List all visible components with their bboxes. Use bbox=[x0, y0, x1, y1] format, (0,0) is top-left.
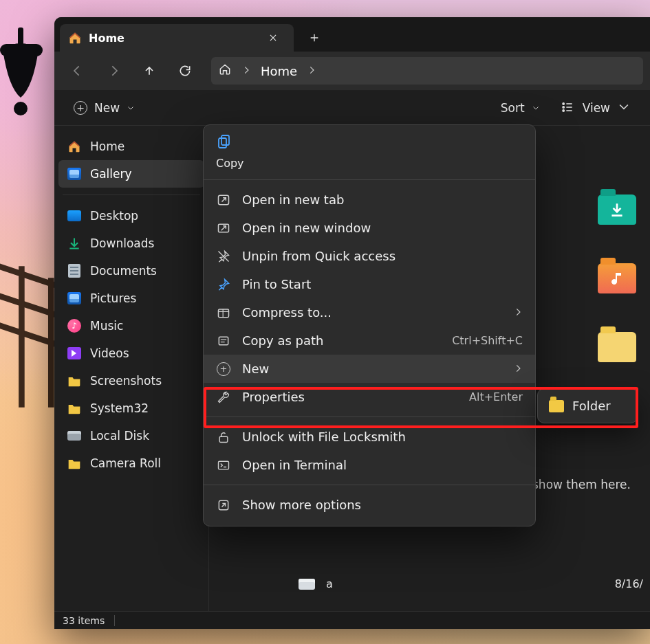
tab-strip: Home bbox=[54, 17, 650, 52]
tab-title: Home bbox=[89, 32, 124, 45]
tab-close-button[interactable] bbox=[262, 27, 284, 49]
content-hint-text: show them here. bbox=[532, 478, 643, 491]
chevron-down-icon bbox=[532, 101, 540, 115]
drive-icon bbox=[299, 579, 315, 590]
list-row[interactable]: a 8/16/ bbox=[299, 577, 643, 590]
music-icon: ♪ bbox=[67, 318, 82, 333]
sidebar-item-label: Gallery bbox=[90, 167, 132, 181]
context-submenu-new: Folder bbox=[537, 388, 638, 423]
unpin-icon bbox=[216, 249, 231, 263]
svg-rect-2 bbox=[0, 44, 43, 56]
sidebar-item-label: Screenshots bbox=[90, 374, 162, 388]
svg-point-4 bbox=[563, 106, 564, 107]
chevron-right-icon bbox=[241, 65, 251, 78]
terminal-icon bbox=[216, 458, 231, 472]
nav-forward-button[interactable] bbox=[97, 57, 130, 85]
sidebar-item-label: Videos bbox=[90, 346, 129, 360]
sidebar-item-home[interactable]: Home bbox=[58, 133, 204, 160]
chevron-right-icon bbox=[513, 362, 523, 376]
sidebar-item-local-disk[interactable]: Local Disk bbox=[58, 422, 204, 449]
gallery-icon bbox=[67, 166, 82, 181]
chevron-right-icon bbox=[513, 305, 523, 320]
nav-back-button[interactable] bbox=[61, 57, 94, 85]
toolbar-sort-button[interactable]: Sort bbox=[494, 97, 547, 119]
sidebar-item-label: Home bbox=[90, 140, 124, 153]
row-name: a bbox=[326, 577, 333, 590]
context-menu: Copy Open in new tab Open in new window … bbox=[203, 124, 536, 526]
sidebar-item-screenshots[interactable]: Screenshots bbox=[58, 367, 204, 395]
sidebar-item-videos[interactable]: Videos bbox=[58, 340, 204, 367]
menu-label: Open in new window bbox=[242, 221, 371, 235]
menu-label: Open in Terminal bbox=[242, 458, 347, 472]
svg-rect-6 bbox=[221, 135, 229, 145]
folder-icon bbox=[67, 373, 82, 388]
wallpaper-lamp bbox=[0, 27, 55, 137]
view-icon bbox=[561, 100, 576, 115]
breadcrumb-location[interactable]: Home bbox=[261, 64, 297, 78]
tab-home[interactable]: Home bbox=[60, 24, 294, 52]
copy-icon[interactable] bbox=[216, 140, 232, 153]
menu-label: New bbox=[242, 362, 269, 376]
svg-point-5 bbox=[563, 109, 564, 111]
document-icon bbox=[67, 263, 82, 278]
svg-rect-11 bbox=[219, 337, 228, 345]
archive-icon bbox=[216, 306, 231, 320]
chevron-down-icon bbox=[127, 101, 135, 115]
separator bbox=[63, 195, 200, 195]
sidebar-item-label: System32 bbox=[90, 401, 149, 415]
svg-rect-10 bbox=[219, 309, 229, 318]
menu-new[interactable]: +New bbox=[204, 355, 535, 383]
sidebar-item-camera-roll[interactable]: Camera Roll bbox=[58, 449, 204, 477]
menu-open-new-tab[interactable]: Open in new tab bbox=[204, 186, 535, 214]
download-icon bbox=[67, 236, 82, 251]
status-item-count: 33 items bbox=[63, 615, 105, 626]
folder-tile-generic[interactable] bbox=[598, 332, 636, 362]
nav-refresh-button[interactable] bbox=[169, 57, 202, 85]
command-bar: + New Sort View bbox=[54, 90, 650, 126]
menu-unlock-file-locksmith[interactable]: Unlock with File Locksmith bbox=[204, 423, 535, 451]
sidebar-item-downloads[interactable]: Downloads bbox=[58, 230, 204, 257]
home-icon bbox=[68, 31, 82, 45]
new-tab-button[interactable] bbox=[301, 24, 328, 52]
plus-circle-icon: + bbox=[74, 101, 87, 115]
menu-copy-label: Copy bbox=[216, 157, 523, 170]
svg-rect-0 bbox=[18, 27, 23, 45]
address-bar[interactable]: Home bbox=[211, 57, 643, 85]
sidebar-item-label: Pictures bbox=[90, 291, 136, 305]
menu-compress-to[interactable]: Compress to... bbox=[204, 298, 535, 326]
sidebar-item-pictures[interactable]: Pictures bbox=[58, 285, 204, 312]
svg-point-1 bbox=[14, 102, 28, 115]
menu-open-in-terminal[interactable]: Open in Terminal bbox=[204, 451, 535, 479]
toolbar-new-button[interactable]: + New bbox=[67, 97, 142, 119]
sidebar-item-label: Local Disk bbox=[90, 429, 149, 443]
menu-open-new-window[interactable]: Open in new window bbox=[204, 214, 535, 242]
sidebar-item-music[interactable]: ♪Music bbox=[58, 312, 204, 340]
chevron-right-icon[interactable] bbox=[307, 65, 316, 78]
plus-circle-icon: + bbox=[216, 362, 231, 376]
sidebar-item-documents[interactable]: Documents bbox=[58, 257, 204, 285]
sidebar-item-desktop[interactable]: Desktop bbox=[58, 202, 204, 230]
toolbar-new-label: New bbox=[94, 101, 120, 115]
svg-rect-7 bbox=[219, 138, 226, 148]
nav-up-button[interactable] bbox=[133, 57, 166, 85]
download-icon bbox=[598, 195, 636, 225]
menu-show-more-options[interactable]: Show more options bbox=[204, 491, 535, 519]
menu-copy-as-path[interactable]: Copy as pathCtrl+Shift+C bbox=[204, 326, 535, 355]
submenu-new-folder[interactable]: Folder bbox=[542, 393, 633, 419]
sidebar-item-system32[interactable]: System32 bbox=[58, 395, 204, 422]
copy-path-icon bbox=[216, 334, 231, 348]
svg-point-3 bbox=[563, 102, 564, 104]
menu-properties[interactable]: PropertiesAlt+Enter bbox=[204, 383, 535, 411]
menu-label: Unlock with File Locksmith bbox=[242, 430, 406, 444]
music-note-icon bbox=[598, 263, 636, 293]
toolbar-view-button[interactable]: View bbox=[554, 96, 638, 120]
folder-tile-downloads[interactable] bbox=[598, 195, 636, 225]
expand-icon bbox=[216, 498, 231, 512]
navigation-bar: Home bbox=[54, 52, 650, 90]
pin-icon bbox=[216, 278, 231, 291]
sidebar-item-label: Music bbox=[90, 319, 123, 333]
sidebar-item-gallery[interactable]: Gallery bbox=[58, 160, 204, 188]
folder-tile-music[interactable] bbox=[598, 263, 636, 293]
menu-unpin-quick-access[interactable]: Unpin from Quick access bbox=[204, 242, 535, 270]
menu-pin-to-start[interactable]: Pin to Start bbox=[204, 270, 535, 298]
